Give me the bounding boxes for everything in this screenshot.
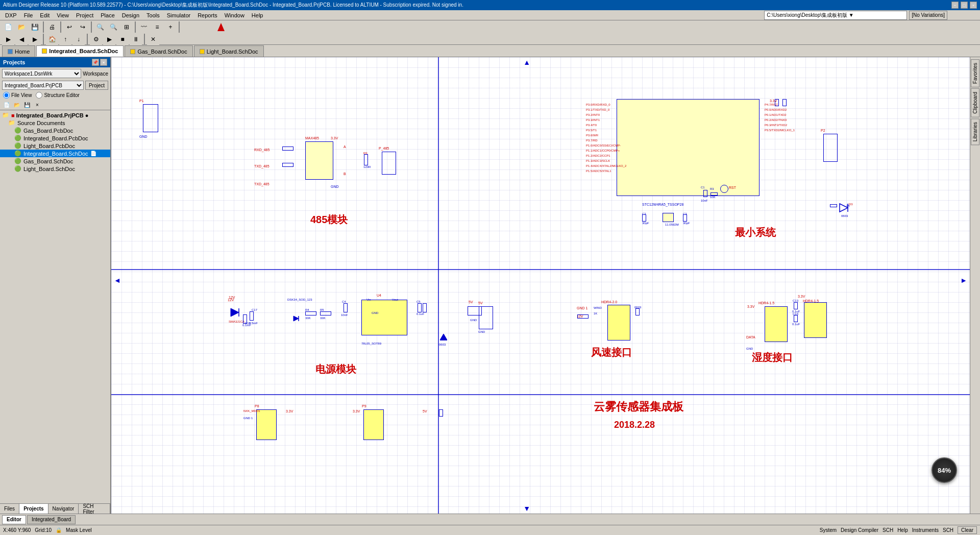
panel-close2-btn[interactable]: × bbox=[33, 101, 42, 109]
print-btn[interactable]: 🖨 bbox=[46, 21, 58, 33]
nav-arrow-left[interactable]: ◄ bbox=[114, 276, 121, 284]
run-btn[interactable]: ▶ bbox=[103, 34, 115, 45]
menu-place[interactable]: Place bbox=[97, 11, 118, 19]
menu-view[interactable]: View bbox=[54, 11, 72, 19]
sch-canvas[interactable]: P1 GND MAX485 RXD_485 TXD_485 TXD_485 A … bbox=[111, 57, 970, 514]
minimize-button[interactable]: − bbox=[951, 2, 959, 9]
up-btn[interactable]: ↑ bbox=[59, 34, 71, 45]
menu-help[interactable]: Help bbox=[249, 11, 266, 19]
redo-btn[interactable]: ↪ bbox=[77, 21, 89, 33]
net-btn[interactable]: ≡ bbox=[151, 21, 163, 33]
tree-item-light-pcb[interactable]: 🟢 Light_Board.PcbDoc bbox=[0, 142, 110, 150]
bottom-tab-integrated-board[interactable]: Integrated_Board bbox=[27, 515, 76, 524]
cap-c14 bbox=[794, 315, 798, 322]
panel-tab-clipboard[interactable]: Clipboard bbox=[971, 88, 979, 117]
tab-light-sch[interactable]: Light_Board.SchDoc bbox=[194, 45, 264, 57]
res-r5 bbox=[320, 311, 331, 315]
menu-simulator[interactable]: Simulator bbox=[164, 11, 193, 19]
label-vout: Vout bbox=[392, 298, 398, 301]
maximize-button[interactable]: □ bbox=[961, 2, 968, 9]
panel-save-btn[interactable]: 💾 bbox=[22, 101, 32, 109]
project-select[interactable]: Integrated_Board.PrjPCB bbox=[2, 81, 84, 90]
nav-arrow-right[interactable]: ► bbox=[960, 276, 967, 284]
tree-item-gas-sch[interactable]: 🟢 Gas_Board.SchDoc bbox=[0, 157, 110, 165]
menu-dxp[interactable]: DXP bbox=[2, 11, 20, 19]
tree-item-integrated-pcb[interactable]: 🟢 Integrated_Board.PcbDoc bbox=[0, 134, 110, 142]
file-view-option[interactable]: File View bbox=[3, 92, 32, 99]
panel-close-btn[interactable]: × bbox=[100, 59, 107, 66]
tree-item-gas-pcb[interactable]: 🟢 Gas_Board.PcbDoc bbox=[0, 127, 110, 134]
wire-btn[interactable]: 〰 bbox=[138, 21, 150, 33]
bottom-tab-editor[interactable]: Editor bbox=[2, 515, 26, 524]
nav-fwd-btn[interactable]: ▶ bbox=[29, 34, 41, 45]
label-gnd-485: GND bbox=[331, 185, 339, 188]
menu-file[interactable]: File bbox=[21, 11, 36, 19]
close-button[interactable]: × bbox=[970, 2, 977, 9]
toolbar-sep1 bbox=[43, 21, 44, 33]
tree-item-source-docs[interactable]: 📁 Source Documents bbox=[0, 119, 110, 127]
cross-ref-btn[interactable]: ✕ bbox=[147, 34, 159, 45]
component-humi-ic2 bbox=[804, 302, 827, 338]
menu-window[interactable]: Window bbox=[222, 11, 248, 19]
variations-select[interactable]: [No Variations] bbox=[909, 11, 947, 20]
label-b: B bbox=[344, 172, 346, 176]
panel-tab-navigator[interactable]: Navigator bbox=[48, 504, 79, 514]
pause-btn[interactable]: ⏸ bbox=[130, 34, 142, 45]
tab-gas-sch[interactable]: Gas_Board.SchDoc bbox=[125, 45, 192, 57]
panel-tab-files[interactable]: Files bbox=[0, 504, 19, 514]
hierarchy-btn[interactable]: 🏠 bbox=[46, 34, 58, 45]
label-3v3-bot: 3.3V bbox=[286, 409, 293, 413]
stop-btn[interactable]: ■ bbox=[116, 34, 129, 45]
panel-new-btn[interactable]: 📄 bbox=[2, 101, 11, 109]
menu-design[interactable]: Design bbox=[119, 11, 142, 19]
zoom-in-btn[interactable]: 🔍 bbox=[94, 21, 106, 33]
panel-tab-projects[interactable]: Projects bbox=[19, 504, 48, 514]
save-btn[interactable]: 💾 bbox=[29, 21, 41, 33]
undo-btn[interactable]: ↩ bbox=[63, 21, 76, 33]
menu-reports[interactable]: Reports bbox=[194, 11, 220, 19]
nav-arrow-down[interactable]: ▼ bbox=[523, 504, 530, 513]
schematic-area[interactable]: P1 GND MAX485 RXD_485 TXD_485 TXD_485 A … bbox=[111, 57, 970, 514]
label-rxd485: RXD_485 bbox=[254, 148, 270, 152]
panel-tab-libraries[interactable]: Libraries bbox=[971, 118, 979, 145]
home-tab-icon bbox=[8, 49, 13, 54]
label-stc: STC12W4RA5_TSSOP28 bbox=[642, 203, 683, 206]
new-btn[interactable]: 📄 bbox=[2, 21, 14, 33]
structure-editor-option[interactable]: Structure Editor bbox=[36, 92, 79, 99]
tab-integrated-sch[interactable]: Integrated_Board.SchDoc bbox=[36, 45, 124, 57]
label-xtal: 11.0592M bbox=[665, 223, 679, 226]
open-btn[interactable]: 📂 bbox=[15, 21, 28, 33]
nav-back-btn[interactable]: ◀ bbox=[15, 34, 28, 45]
menu-tools[interactable]: Tools bbox=[143, 11, 163, 19]
tree-item-integrated-sch[interactable]: 🟢 Integrated_Board.SchDoc 📄 bbox=[0, 150, 110, 157]
compile2-btn[interactable]: ⚙ bbox=[90, 34, 102, 45]
label-txd485: TXD_485 bbox=[254, 164, 270, 168]
menu-edit[interactable]: Edit bbox=[37, 11, 53, 19]
workspace-select[interactable]: Workspace1.DsnWrk bbox=[2, 69, 81, 78]
clear-button[interactable]: Clear bbox=[958, 526, 977, 534]
component-p1 bbox=[143, 104, 158, 132]
nav-arrow-up[interactable]: ▲ bbox=[523, 58, 530, 66]
panel-tab-sch-filter[interactable]: SCH Filter bbox=[79, 504, 110, 514]
tree-item-light-sch[interactable]: 🟢 Light_Board.SchDoc bbox=[0, 165, 110, 173]
section-label-wind: 风速接口 bbox=[591, 346, 632, 359]
tree-item-project[interactable]: 📁 ■ Integrated_Board.PrjPCB ● bbox=[0, 111, 110, 119]
path-input[interactable]: C:\Users\xiong\Desktop\集成板初版 ▼ bbox=[764, 11, 907, 20]
cap-c2 bbox=[683, 214, 687, 222]
project-button[interactable]: Project bbox=[85, 81, 108, 90]
component-p2-mcu bbox=[823, 134, 838, 162]
down-btn[interactable]: ↓ bbox=[72, 34, 85, 45]
panel-open-btn[interactable]: 📂 bbox=[12, 101, 21, 109]
zoom-fit-btn[interactable]: ⊞ bbox=[120, 21, 133, 33]
compile-btn[interactable]: ▶ bbox=[2, 34, 14, 45]
resistor-term bbox=[364, 154, 368, 165]
panel-tab-favorites[interactable]: Favorites bbox=[971, 59, 979, 87]
place-btn[interactable]: + bbox=[164, 21, 177, 33]
label-7805-type: 78L05_SOT89 bbox=[361, 342, 381, 345]
red-arrow-indicator bbox=[217, 23, 225, 31]
tab-home[interactable]: Home bbox=[2, 45, 35, 57]
menu-project[interactable]: Project bbox=[73, 11, 96, 19]
panel-pin-btn[interactable]: 📌 bbox=[92, 59, 99, 66]
pin-p36: P3.6/WR bbox=[586, 134, 598, 137]
zoom-out-btn[interactable]: 🔍 bbox=[107, 21, 119, 33]
